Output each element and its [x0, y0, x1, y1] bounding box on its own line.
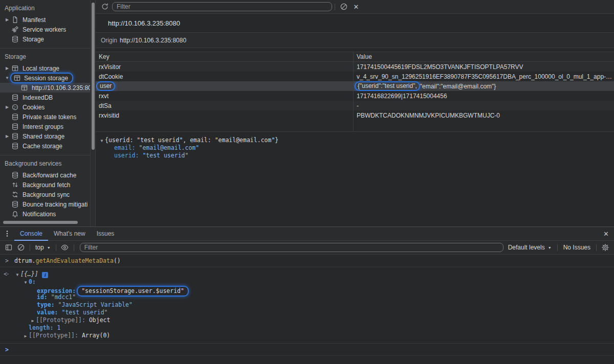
clear-icon[interactable]	[338, 2, 350, 12]
console-input[interactable]: >	[0, 344, 614, 356]
storage-items-table: Key Value rxVisitor 171741500445619FDSL2…	[96, 52, 614, 131]
command-prompt-marker: >	[5, 257, 9, 264]
table-row-rxvisitid[interactable]: rxvisitid PBWDKTCADOKNMNMJVKPICUMKBGWTMU…	[96, 110, 614, 120]
sidebar-item-shared-storage[interactable]: ▶ Shared storage	[0, 131, 90, 141]
info-icon[interactable]: i	[42, 272, 48, 278]
sidebar-item-service-workers[interactable]: Service workers	[0, 25, 90, 34]
sidebar-item-session-storage-origin[interactable]: http://10.106.3.235:8080	[0, 83, 90, 93]
chevron-right-icon[interactable]: ▶	[3, 134, 11, 139]
chevron-down-icon: ▼	[47, 246, 51, 249]
sidebar-item-cookies[interactable]: ▶ Cookies	[0, 102, 90, 112]
sidebar-item-cache-storage[interactable]: Cache storage	[0, 141, 90, 151]
console-drawer: Console What's new Issues ✕ top▼ Default…	[0, 226, 614, 364]
origin-row: Origin http://10.106.3.235:8080	[96, 33, 614, 48]
console-filter-input[interactable]	[80, 243, 503, 252]
chevron-right-icon[interactable]: ▶	[23, 332, 29, 340]
fetch-arrows-icon	[11, 181, 19, 189]
result-summary-row[interactable]: <·▼[{…}]i	[0, 270, 614, 278]
table-icon	[13, 74, 21, 82]
database-icon	[11, 132, 19, 140]
sidebar-item-bounce-tracking-mitigations[interactable]: Bounce tracking mitigati	[0, 199, 90, 209]
chevron-right-icon[interactable]: ▶	[3, 66, 11, 71]
sidebar-item-background-fetch[interactable]: Background fetch	[0, 180, 90, 190]
chevron-right-icon[interactable]: ▶	[3, 17, 11, 22]
sidebar-section-background-services: Background services Back/forward cache B…	[0, 155, 90, 223]
scrollbar-thumb[interactable]	[92, 3, 95, 150]
clear-console-icon[interactable]	[15, 242, 27, 253]
sidebar-item-session-storage[interactable]: ▼ Session storage	[0, 73, 90, 83]
context-selector[interactable]: top▼	[33, 244, 53, 251]
sidebar-item-storage[interactable]: Storage	[0, 34, 90, 44]
sidebar-item-manifest[interactable]: ▶ Manifest	[0, 15, 90, 25]
section-header-storage: Storage	[0, 51, 90, 63]
application-sidebar: Application ▶ Manifest Service workers S…	[0, 0, 90, 226]
section-header-background-services: Background services	[0, 157, 90, 170]
panel-left-icon[interactable]	[3, 242, 15, 253]
column-header-key[interactable]: Key	[96, 52, 354, 61]
chevron-down-icon[interactable]: ▼	[14, 271, 20, 279]
sidebar-item-back-forward-cache[interactable]: Back/forward cache	[0, 170, 90, 180]
scrollbar-thumb[interactable]	[3, 221, 78, 224]
preview-entry-email: email: "email@email.com"	[96, 144, 614, 152]
sidebar-vertical-scrollbar[interactable]	[90, 0, 95, 226]
console-result: <·▼[{…}]i ▼0: expression:"sessionStorage…	[0, 267, 614, 344]
preview-summary-row[interactable]: ▼{userid: "test userid", email: "email@e…	[96, 136, 614, 144]
storage-panel-title: http://10.106.3.235:8080	[96, 14, 614, 33]
annotation-ring-user-value: {"userid":"test userid",	[355, 81, 420, 91]
table-row-user[interactable]: user {"userid":"test userid","email":"em…	[96, 81, 614, 91]
table-row-dtcookie[interactable]: dtCookie v_4_srv_90_sn_1296251916EF38907…	[96, 72, 614, 81]
chevron-right-icon[interactable]: ▶	[30, 317, 36, 325]
tab-issues[interactable]: Issues	[91, 227, 120, 241]
output-marker: <·	[4, 270, 9, 278]
session-storage-panel: ✕ http://10.106.3.235:8080 Origin http:/…	[95, 0, 614, 226]
database-icon	[11, 35, 19, 43]
table-row-rxvisitor[interactable]: rxVisitor 171741500445619FDSL2M5O3TVANKJ…	[96, 62, 614, 72]
sidebar-item-local-storage[interactable]: ▶ Local storage	[0, 63, 90, 73]
database-icon	[11, 200, 19, 208]
database-icon	[11, 123, 19, 130]
result-prototype-object[interactable]: ▶[[Prototype]]: Object	[0, 316, 614, 324]
chevron-down-icon[interactable]: ▼	[23, 279, 29, 286]
service-workers-icon	[11, 26, 19, 33]
refresh-icon[interactable]	[99, 2, 111, 12]
sidebar-item-indexeddb[interactable]: IndexedDB	[0, 93, 90, 102]
gear-icon[interactable]	[599, 242, 611, 253]
sidebar-horizontal-scrollbar[interactable]	[0, 220, 90, 224]
chevron-down-icon[interactable]: ▼	[99, 137, 105, 145]
table-icon	[20, 84, 28, 92]
tab-whats-new[interactable]: What's new	[48, 227, 91, 241]
table-icon	[11, 64, 19, 72]
no-issues-button[interactable]: No Issues	[560, 244, 594, 251]
console-messages: >dtrum.getAndEvaluateMetaData() <·▼[{…}]…	[0, 255, 614, 356]
sidebar-item-interest-groups[interactable]: Interest groups	[0, 122, 90, 131]
storage-value-preview: ▼{userid: "test userid", email: "email@e…	[96, 131, 614, 226]
log-levels-dropdown[interactable]: Default levels▼	[505, 244, 555, 251]
result-prototype-array[interactable]: ▶[[Prototype]]: Array(0)	[0, 332, 614, 339]
storage-filter-input[interactable]	[112, 2, 332, 11]
console-toolbar: top▼ Default levels▼ No Issues	[0, 241, 614, 255]
sidebar-item-notifications[interactable]: Notifications	[0, 209, 90, 219]
kebab-menu-icon[interactable]	[0, 227, 14, 241]
table-header-row: Key Value	[96, 52, 614, 62]
tab-console[interactable]: Console	[14, 227, 48, 241]
table-row-rxvt[interactable]: rxvt 1717416822699|1717415004456	[96, 91, 614, 101]
chevron-right-icon[interactable]: ▶	[3, 105, 11, 109]
bell-icon	[11, 210, 19, 218]
result-index-row[interactable]: ▼0:	[0, 278, 614, 286]
toolbar-separator	[74, 244, 74, 251]
close-drawer-icon[interactable]: ✕	[603, 230, 609, 238]
table-row-dtsa[interactable]: dtSa -	[96, 101, 614, 110]
toolbar-separator	[335, 4, 335, 10]
origin-value: http://10.106.3.235:8080	[120, 37, 186, 44]
table-filler	[96, 120, 614, 132]
close-icon[interactable]: ✕	[350, 2, 362, 12]
console-toolbar-right: Default levels▼ No Issues	[505, 242, 611, 253]
toolbar-separator	[30, 244, 30, 251]
column-header-value[interactable]: Value	[354, 52, 614, 61]
devtools-window: Application ▶ Manifest Service workers S…	[0, 0, 614, 364]
console-command[interactable]: >dtrum.getAndEvaluateMetaData()	[0, 255, 614, 267]
sidebar-item-background-sync[interactable]: Background sync	[0, 190, 90, 199]
sidebar-item-private-state-tokens[interactable]: Private state tokens	[0, 112, 90, 122]
sidebar-section-storage: Storage ▶ Local storage ▼ Session storag…	[0, 48, 90, 155]
eye-icon[interactable]	[59, 242, 71, 253]
